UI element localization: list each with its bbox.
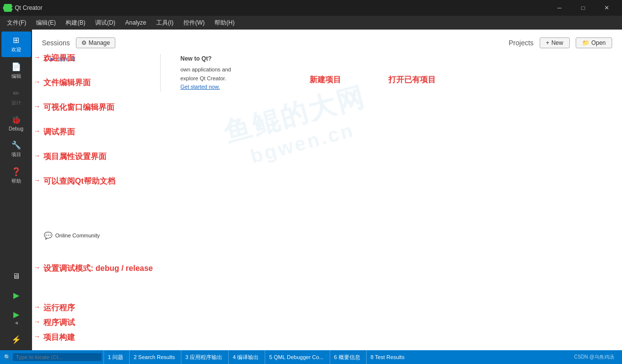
- manage-label: Manage: [89, 39, 110, 46]
- menu-edit[interactable]: 编辑(E): [31, 17, 61, 29]
- vertical-divider: [160, 54, 161, 92]
- menu-file[interactable]: 文件(F): [2, 17, 31, 29]
- watermark: 鱼鲲的大网 bgwen.cn: [220, 79, 376, 173]
- status-search-results[interactable]: 2 Search Results: [129, 350, 179, 364]
- content-area: 鱼鲲的大网 bgwen.cn Sessions ⚙ Manage Project…: [32, 30, 622, 350]
- status-test-results[interactable]: 8 Test Results: [366, 350, 409, 364]
- sidebar-item-edit[interactable]: 📄 编辑: [1, 58, 31, 84]
- sessions-header: Sessions ⚙ Manage Projects + New 📁 Open: [42, 37, 612, 48]
- new-label: New: [552, 39, 563, 46]
- help-icon: ❓: [11, 167, 21, 176]
- sessions-content: 1 ▶ default New to Qt? own applications …: [42, 54, 612, 92]
- folder-icon: 📁: [582, 39, 589, 46]
- window-controls: ─ □ ✕: [548, 0, 618, 16]
- new-to-qt-body: own applications and explore Qt Creator.: [180, 66, 231, 83]
- sidebar-item-welcome-label: 欢迎: [11, 46, 21, 53]
- sidebar-item-help-label: 帮助: [11, 178, 21, 185]
- online-community[interactable]: 💬 Online Community: [42, 230, 612, 241]
- search-icon: 🔍: [4, 354, 11, 361]
- status-problems[interactable]: 1 问题: [104, 350, 127, 364]
- sidebar-item-edit-label: 编辑: [11, 73, 21, 80]
- minimize-button[interactable]: ─: [548, 0, 571, 16]
- menu-build[interactable]: 构建(B): [61, 17, 90, 29]
- sidebar-item-help[interactable]: ❓ 帮助: [1, 163, 31, 189]
- run-icon: ▶: [13, 291, 19, 300]
- manage-button[interactable]: ⚙ Manage: [76, 37, 115, 48]
- session-play-icon: ▶: [50, 56, 55, 63]
- sidebar-item-build[interactable]: ⚡: [1, 331, 31, 348]
- close-button[interactable]: ✕: [595, 0, 618, 16]
- sidebar-item-kit-selector[interactable]: 🖥: [1, 268, 31, 285]
- build-icon: ⚡: [11, 335, 21, 344]
- menu-bar: 文件(F) 编辑(E) 构建(B) 调试(D) Analyze 工具(I) 控件…: [0, 16, 622, 30]
- app-title: Qt Creator: [15, 4, 548, 11]
- status-compile-output[interactable]: 4 编译输出: [228, 350, 263, 364]
- menu-help[interactable]: 帮助(H): [209, 17, 240, 29]
- csdn-label: CSDN @乌鱼鸡汤: [574, 354, 614, 361]
- open-label: Open: [591, 39, 606, 46]
- sidebar-item-projects[interactable]: 🔧 项目: [1, 136, 31, 162]
- debug-run-icon: ▶: [13, 310, 19, 319]
- status-qml-debugger[interactable]: 5 QML Debugger Co...: [265, 350, 327, 364]
- sessions-list: 1 ▶ default: [42, 54, 140, 92]
- new-to-qt-heading: New to Qt?: [180, 54, 231, 64]
- plus-icon: +: [546, 39, 550, 46]
- locate-input[interactable]: [13, 353, 102, 361]
- edit-icon: 📄: [11, 62, 21, 71]
- welcome-page: 鱼鲲的大网 bgwen.cn Sessions ⚙ Manage Project…: [32, 30, 622, 350]
- menu-tools[interactable]: 工具(I): [151, 17, 178, 29]
- menu-analyze[interactable]: Analyze: [120, 17, 151, 28]
- sessions-title: Sessions: [42, 39, 70, 47]
- status-app-output[interactable]: 3 应用程序输出: [181, 350, 226, 364]
- sidebar-item-run[interactable]: ▶: [1, 287, 31, 304]
- session-number: 1: [44, 56, 47, 63]
- session-name: default: [58, 56, 75, 63]
- app-icon: QC: [4, 4, 12, 12]
- sidebar-item-debug[interactable]: 🐞 Debug: [1, 111, 31, 135]
- new-project-button[interactable]: + New: [540, 37, 570, 48]
- get-started-link[interactable]: Get started now.: [180, 84, 220, 90]
- design-icon: ✏: [13, 89, 19, 98]
- projects-title: Projects: [509, 39, 534, 47]
- status-bar: 🔍 1 问题 2 Search Results 3 应用程序输出 4 编译输出 …: [0, 350, 622, 364]
- menu-controls[interactable]: 控件(W): [178, 17, 209, 29]
- sidebar-item-debug-run[interactable]: ▶ ◀: [1, 306, 31, 329]
- gear-icon: ⚙: [81, 39, 87, 46]
- main-container: ⊞ 欢迎 📄 编辑 ✏ 设计 🐞 Debug 🔧 项目 ❓ 帮助: [0, 30, 622, 350]
- sidebar: ⊞ 欢迎 📄 编辑 ✏ 设计 🐞 Debug 🔧 项目 ❓ 帮助: [0, 30, 32, 350]
- sidebar-item-projects-label: 项目: [11, 151, 21, 158]
- monitor-icon: 🖥: [12, 272, 20, 281]
- online-community-section: 💬 Online Community: [42, 230, 612, 241]
- chat-icon: 💬: [44, 232, 52, 239]
- session-item-default[interactable]: 1 ▶ default: [42, 54, 140, 64]
- title-bar: QC Qt Creator ─ □ ✕: [0, 0, 622, 16]
- maximize-button[interactable]: □: [572, 0, 594, 16]
- open-project-button[interactable]: 📁 Open: [576, 37, 612, 48]
- status-general-info[interactable]: 6 概要信息: [330, 350, 364, 364]
- new-to-qt-section: New to Qt? own applications and explore …: [180, 54, 231, 92]
- online-community-label: Online Community: [55, 232, 100, 238]
- menu-debug[interactable]: 调试(D): [90, 17, 120, 29]
- sidebar-item-design[interactable]: ✏ 设计: [1, 85, 31, 110]
- debug-icon: 🐞: [11, 115, 21, 125]
- sidebar-item-welcome[interactable]: ⊞ 欢迎: [1, 32, 31, 57]
- sidebar-item-debug-label: Debug: [9, 126, 23, 132]
- projects-icon: 🔧: [11, 140, 21, 150]
- welcome-icon: ⊞: [13, 35, 19, 45]
- sidebar-item-design-label: 设计: [11, 99, 21, 106]
